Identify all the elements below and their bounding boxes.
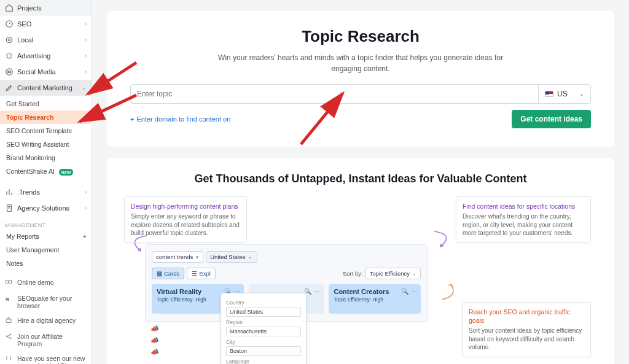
svg-point-2 — [8, 39, 10, 41]
secondary-row: + Enter domain to find content on Get co… — [130, 110, 591, 128]
sidebar-label: Social Media — [17, 68, 56, 76]
sidebar-label: Agency Solutions — [17, 204, 69, 212]
sidebar-label: SEO — [17, 20, 31, 28]
plus-icon: + — [130, 115, 134, 123]
footer-online-demo[interactable]: Online demo — [0, 275, 92, 291]
sidebar-label: Advertising — [17, 52, 50, 60]
mock-filter-icons: 📣 📣 📣 — [150, 325, 159, 356]
enter-domain-link[interactable]: + Enter domain to find content on — [130, 115, 230, 123]
share-icon — [5, 333, 14, 341]
mock-chip: content trends × — [152, 251, 203, 263]
target-icon — [5, 36, 14, 44]
subitem-seo-writing-assistant[interactable]: SEO Writing Assistant — [0, 137, 92, 151]
connector-arrow-icon — [439, 282, 463, 301]
locale-select[interactable]: US ⌄ — [538, 84, 591, 104]
dropdown-value: United States — [226, 307, 301, 317]
dropdown-value: Boston — [226, 346, 301, 356]
dropdown-label: Region — [226, 319, 301, 325]
chevron-right-icon: › — [85, 37, 87, 43]
topic-input[interactable] — [130, 84, 538, 104]
tip-body: Sort your content ideas by topic efficie… — [469, 327, 584, 352]
bullhorn-icon: 📣 — [150, 336, 159, 344]
main-content: Topic Research Win your readers' hearts … — [92, 0, 629, 364]
sidebar-item-seo[interactable]: SEO › — [0, 16, 92, 32]
mgmt-user-management[interactable]: User Management — [0, 243, 92, 257]
mgmt-my-reports[interactable]: My Reports + — [0, 230, 92, 243]
hero-subtitle: Win your readers' hearts and minds with … — [213, 52, 508, 74]
bullhorn-icon: 📣 — [150, 348, 159, 356]
mock-panel: content trends × United States ⌄ ▦ Cards — [145, 244, 428, 322]
footer-label: Have you seen our new customizable API f… — [17, 355, 87, 364]
mock-chip-label: content trends — [156, 254, 193, 260]
footer-seoquake[interactable]: sq SEOquake for your browser — [0, 291, 92, 313]
hash-icon — [5, 68, 14, 76]
footer-affiliate[interactable]: Join our Affiliate Program — [0, 329, 92, 351]
sidebar-item-agency-solutions[interactable]: Agency Solutions › — [0, 200, 92, 216]
footer-api[interactable]: Have you seen our new customizable API f… — [0, 351, 92, 364]
pencil-icon — [5, 83, 14, 92]
sidebar-item-local[interactable]: Local › — [0, 32, 92, 48]
sidebar-label: Local — [17, 36, 33, 44]
mgmt-notes[interactable]: Notes — [0, 257, 92, 270]
promo-title: Get Thousands of Untapped, Instant Ideas… — [124, 172, 597, 185]
play-icon — [5, 279, 14, 287]
dropdown-value: Massachusetts — [226, 327, 301, 336]
tip-title: Reach your SEO and organic traffic goals — [469, 308, 584, 325]
subitem-get-started[interactable]: Get Started — [0, 97, 92, 110]
sort-label: Sort by: — [343, 270, 363, 277]
footer-label: Join our Affiliate Program — [17, 333, 87, 347]
close-icon: × — [195, 254, 199, 260]
sidebar-item-advertising[interactable]: Advertising › — [0, 48, 92, 64]
mock-topic-card: 🔍⋯ Content Creators Topic Efficiency: Hi… — [329, 284, 421, 314]
dropdown-label: City — [226, 339, 301, 345]
doc-icon — [5, 204, 14, 212]
mock-location-dropdown: Country United States Region Massachuset… — [221, 293, 307, 364]
svg-point-8 — [6, 336, 7, 337]
sidebar-label: Content Marketing — [17, 84, 72, 91]
tip-seo-goals: Reach your SEO and organic traffic goals… — [462, 302, 591, 357]
search-icon: 🔍 — [401, 288, 408, 295]
svg-text:sq: sq — [6, 297, 10, 301]
sidebar-item-content-marketing[interactable]: Content Marketing ⌄ — [0, 80, 92, 96]
subitem-seo-content-template[interactable]: SEO Content Template — [0, 124, 92, 137]
bullhorn-icon: 📣 — [150, 325, 159, 333]
chevron-down-icon: ⌄ — [248, 254, 252, 260]
sidebar-item-trends[interactable]: .Trends › — [0, 184, 92, 200]
sidebar-item-projects[interactable]: Projects — [0, 0, 92, 16]
content-sub-list: Get Started Topic Research SEO Content T… — [0, 96, 92, 182]
us-flag-icon — [545, 91, 553, 97]
sidebar-label: Projects — [17, 4, 42, 12]
bars-icon — [5, 188, 14, 196]
chevron-down-icon: ⌄ — [412, 271, 416, 276]
get-content-ideas-button[interactable]: Get content ideas — [512, 110, 591, 128]
subitem-topic-research[interactable]: Topic Research — [0, 110, 92, 124]
sidebar-item-social[interactable]: Social Media › — [0, 64, 92, 80]
more-icon: ⋯ — [411, 288, 417, 295]
footer-label: SEOquake for your browser — [17, 295, 87, 309]
chevron-right-icon: › — [85, 21, 87, 27]
plus-icon[interactable]: + — [83, 233, 87, 240]
tip-title: Find content ideas for specific location… — [463, 202, 584, 211]
tip-title: Design high-performing content plans — [131, 202, 240, 211]
locale-label: US — [557, 90, 568, 98]
chevron-right-icon: › — [85, 69, 87, 75]
mock-country-pill: United States ⌄ — [206, 251, 257, 263]
tip-body: Simply enter any keyword or phrase to ex… — [131, 212, 240, 238]
svg-point-10 — [10, 338, 11, 339]
svg-point-3 — [6, 69, 13, 76]
dropdown-label: Country — [226, 300, 301, 306]
gauge-icon — [5, 20, 14, 28]
chevron-right-icon: › — [85, 53, 87, 59]
list-icon: ☰ — [192, 270, 197, 277]
subitem-contentshake-ai[interactable]: ContentShake AI new — [0, 165, 92, 178]
enter-domain-label: Enter domain to find content on — [136, 115, 230, 123]
tip-location-ideas: Find content ideas for specific location… — [456, 196, 591, 243]
sort-select: Topic Efficiency ⌄ — [365, 268, 421, 279]
management-label: MANAGEMENT — [0, 219, 92, 230]
sparkle-icon — [5, 52, 14, 60]
subitem-brand-monitoring[interactable]: Brand Monitoring — [0, 151, 92, 165]
footer-hire-agency[interactable]: Hire a digital agency — [0, 313, 92, 329]
svg-rect-7 — [6, 319, 11, 323]
svg-point-1 — [6, 37, 12, 42]
mock-country-label: United States — [210, 254, 245, 260]
